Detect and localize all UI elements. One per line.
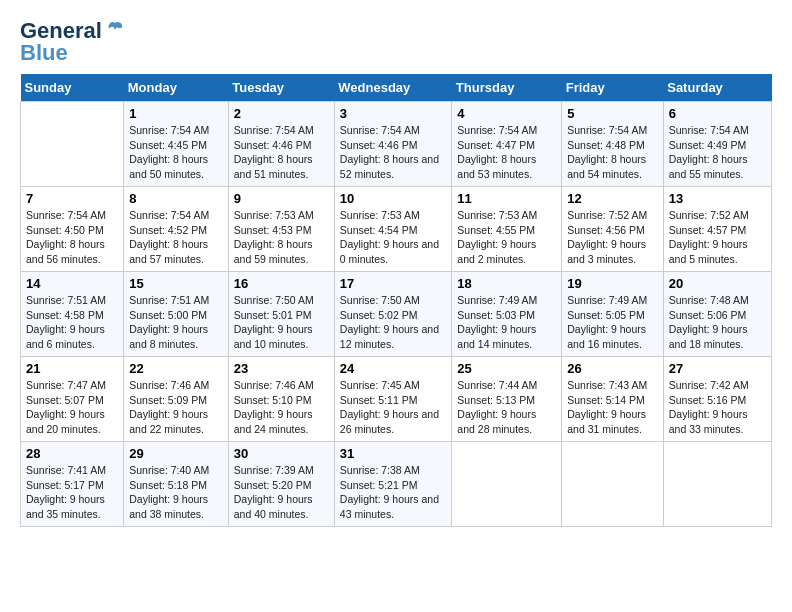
day-cell: 11Sunrise: 7:53 AMSunset: 4:55 PMDayligh… (452, 187, 562, 272)
day-cell: 22Sunrise: 7:46 AMSunset: 5:09 PMDayligh… (124, 357, 229, 442)
logo-general: General (20, 20, 102, 42)
week-row-4: 21Sunrise: 7:47 AMSunset: 5:07 PMDayligh… (21, 357, 772, 442)
day-info: Sunrise: 7:52 AMSunset: 4:56 PMDaylight:… (567, 208, 658, 267)
day-info: Sunrise: 7:39 AMSunset: 5:20 PMDaylight:… (234, 463, 329, 522)
header-wednesday: Wednesday (334, 74, 452, 102)
day-number: 10 (340, 191, 447, 206)
day-cell: 12Sunrise: 7:52 AMSunset: 4:56 PMDayligh… (562, 187, 664, 272)
week-row-2: 7Sunrise: 7:54 AMSunset: 4:50 PMDaylight… (21, 187, 772, 272)
day-number: 11 (457, 191, 556, 206)
day-info: Sunrise: 7:52 AMSunset: 4:57 PMDaylight:… (669, 208, 766, 267)
week-row-5: 28Sunrise: 7:41 AMSunset: 5:17 PMDayligh… (21, 442, 772, 527)
day-cell: 7Sunrise: 7:54 AMSunset: 4:50 PMDaylight… (21, 187, 124, 272)
day-info: Sunrise: 7:54 AMSunset: 4:52 PMDaylight:… (129, 208, 223, 267)
day-cell: 17Sunrise: 7:50 AMSunset: 5:02 PMDayligh… (334, 272, 452, 357)
calendar-body: 1Sunrise: 7:54 AMSunset: 4:45 PMDaylight… (21, 102, 772, 527)
week-row-1: 1Sunrise: 7:54 AMSunset: 4:45 PMDaylight… (21, 102, 772, 187)
day-number: 25 (457, 361, 556, 376)
day-number: 2 (234, 106, 329, 121)
day-number: 27 (669, 361, 766, 376)
page-header: General Blue (20, 20, 772, 64)
day-info: Sunrise: 7:53 AMSunset: 4:54 PMDaylight:… (340, 208, 447, 267)
day-info: Sunrise: 7:46 AMSunset: 5:10 PMDaylight:… (234, 378, 329, 437)
header-friday: Friday (562, 74, 664, 102)
day-cell: 15Sunrise: 7:51 AMSunset: 5:00 PMDayligh… (124, 272, 229, 357)
day-cell: 26Sunrise: 7:43 AMSunset: 5:14 PMDayligh… (562, 357, 664, 442)
day-cell: 14Sunrise: 7:51 AMSunset: 4:58 PMDayligh… (21, 272, 124, 357)
day-number: 6 (669, 106, 766, 121)
logo: General Blue (20, 20, 126, 64)
day-number: 14 (26, 276, 118, 291)
day-info: Sunrise: 7:48 AMSunset: 5:06 PMDaylight:… (669, 293, 766, 352)
day-cell: 27Sunrise: 7:42 AMSunset: 5:16 PMDayligh… (663, 357, 771, 442)
day-info: Sunrise: 7:54 AMSunset: 4:46 PMDaylight:… (234, 123, 329, 182)
day-info: Sunrise: 7:50 AMSunset: 5:01 PMDaylight:… (234, 293, 329, 352)
day-cell: 19Sunrise: 7:49 AMSunset: 5:05 PMDayligh… (562, 272, 664, 357)
day-number: 13 (669, 191, 766, 206)
day-number: 5 (567, 106, 658, 121)
day-cell: 9Sunrise: 7:53 AMSunset: 4:53 PMDaylight… (228, 187, 334, 272)
day-cell: 29Sunrise: 7:40 AMSunset: 5:18 PMDayligh… (124, 442, 229, 527)
day-cell: 21Sunrise: 7:47 AMSunset: 5:07 PMDayligh… (21, 357, 124, 442)
day-info: Sunrise: 7:54 AMSunset: 4:47 PMDaylight:… (457, 123, 556, 182)
logo-bird-icon (104, 19, 126, 41)
day-cell: 13Sunrise: 7:52 AMSunset: 4:57 PMDayligh… (663, 187, 771, 272)
day-number: 9 (234, 191, 329, 206)
day-number: 4 (457, 106, 556, 121)
calendar-table: SundayMondayTuesdayWednesdayThursdayFrid… (20, 74, 772, 527)
day-number: 12 (567, 191, 658, 206)
day-info: Sunrise: 7:41 AMSunset: 5:17 PMDaylight:… (26, 463, 118, 522)
day-cell: 23Sunrise: 7:46 AMSunset: 5:10 PMDayligh… (228, 357, 334, 442)
day-number: 30 (234, 446, 329, 461)
day-cell: 2Sunrise: 7:54 AMSunset: 4:46 PMDaylight… (228, 102, 334, 187)
day-info: Sunrise: 7:49 AMSunset: 5:03 PMDaylight:… (457, 293, 556, 352)
day-cell: 1Sunrise: 7:54 AMSunset: 4:45 PMDaylight… (124, 102, 229, 187)
day-info: Sunrise: 7:38 AMSunset: 5:21 PMDaylight:… (340, 463, 447, 522)
day-cell: 20Sunrise: 7:48 AMSunset: 5:06 PMDayligh… (663, 272, 771, 357)
day-cell: 16Sunrise: 7:50 AMSunset: 5:01 PMDayligh… (228, 272, 334, 357)
logo-blue: Blue (20, 42, 68, 64)
day-number: 20 (669, 276, 766, 291)
day-number: 16 (234, 276, 329, 291)
day-number: 29 (129, 446, 223, 461)
day-number: 19 (567, 276, 658, 291)
day-cell: 28Sunrise: 7:41 AMSunset: 5:17 PMDayligh… (21, 442, 124, 527)
day-cell (663, 442, 771, 527)
day-cell: 31Sunrise: 7:38 AMSunset: 5:21 PMDayligh… (334, 442, 452, 527)
day-cell: 25Sunrise: 7:44 AMSunset: 5:13 PMDayligh… (452, 357, 562, 442)
day-info: Sunrise: 7:44 AMSunset: 5:13 PMDaylight:… (457, 378, 556, 437)
day-number: 18 (457, 276, 556, 291)
day-info: Sunrise: 7:54 AMSunset: 4:46 PMDaylight:… (340, 123, 447, 182)
day-info: Sunrise: 7:54 AMSunset: 4:45 PMDaylight:… (129, 123, 223, 182)
day-number: 28 (26, 446, 118, 461)
day-info: Sunrise: 7:51 AMSunset: 5:00 PMDaylight:… (129, 293, 223, 352)
day-info: Sunrise: 7:42 AMSunset: 5:16 PMDaylight:… (669, 378, 766, 437)
day-number: 22 (129, 361, 223, 376)
day-number: 26 (567, 361, 658, 376)
day-cell: 6Sunrise: 7:54 AMSunset: 4:49 PMDaylight… (663, 102, 771, 187)
day-info: Sunrise: 7:49 AMSunset: 5:05 PMDaylight:… (567, 293, 658, 352)
day-number: 1 (129, 106, 223, 121)
day-cell: 3Sunrise: 7:54 AMSunset: 4:46 PMDaylight… (334, 102, 452, 187)
header-thursday: Thursday (452, 74, 562, 102)
day-info: Sunrise: 7:40 AMSunset: 5:18 PMDaylight:… (129, 463, 223, 522)
day-info: Sunrise: 7:46 AMSunset: 5:09 PMDaylight:… (129, 378, 223, 437)
calendar-header: SundayMondayTuesdayWednesdayThursdayFrid… (21, 74, 772, 102)
header-saturday: Saturday (663, 74, 771, 102)
day-info: Sunrise: 7:54 AMSunset: 4:49 PMDaylight:… (669, 123, 766, 182)
day-cell: 4Sunrise: 7:54 AMSunset: 4:47 PMDaylight… (452, 102, 562, 187)
day-info: Sunrise: 7:53 AMSunset: 4:55 PMDaylight:… (457, 208, 556, 267)
day-info: Sunrise: 7:47 AMSunset: 5:07 PMDaylight:… (26, 378, 118, 437)
day-number: 7 (26, 191, 118, 206)
day-cell (21, 102, 124, 187)
day-number: 21 (26, 361, 118, 376)
day-info: Sunrise: 7:43 AMSunset: 5:14 PMDaylight:… (567, 378, 658, 437)
day-number: 31 (340, 446, 447, 461)
day-cell: 18Sunrise: 7:49 AMSunset: 5:03 PMDayligh… (452, 272, 562, 357)
day-number: 3 (340, 106, 447, 121)
day-cell: 24Sunrise: 7:45 AMSunset: 5:11 PMDayligh… (334, 357, 452, 442)
day-info: Sunrise: 7:51 AMSunset: 4:58 PMDaylight:… (26, 293, 118, 352)
day-info: Sunrise: 7:54 AMSunset: 4:50 PMDaylight:… (26, 208, 118, 267)
day-cell: 30Sunrise: 7:39 AMSunset: 5:20 PMDayligh… (228, 442, 334, 527)
day-cell: 8Sunrise: 7:54 AMSunset: 4:52 PMDaylight… (124, 187, 229, 272)
